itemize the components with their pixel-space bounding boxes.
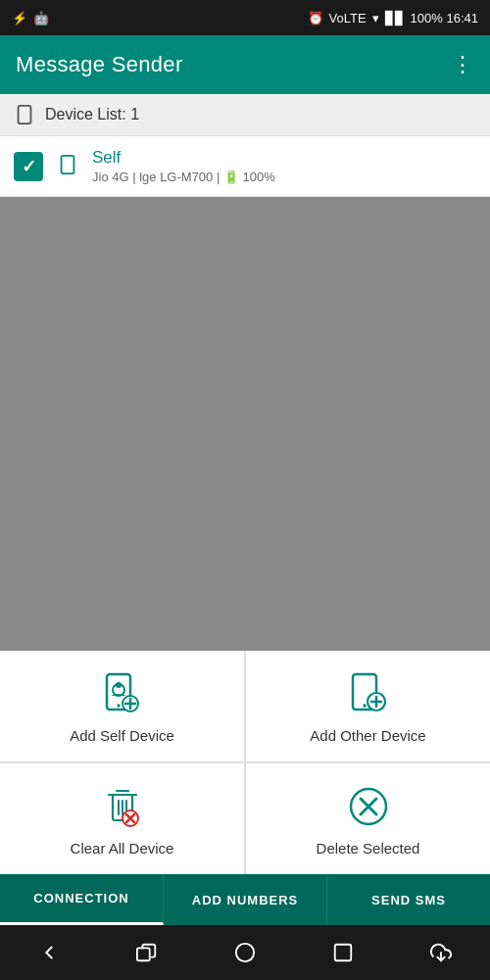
device-list-item[interactable]: ✓ Self Jio 4G | lge LG-M700 | 🔋 100% xyxy=(0,136,490,197)
svg-rect-2 xyxy=(62,155,74,172)
status-bar-left: ⚡ 🤖 xyxy=(12,11,49,25)
back-button[interactable] xyxy=(27,931,71,974)
add-self-device-button[interactable]: Add Self Device xyxy=(0,651,244,761)
clear-all-device-button[interactable]: Clear All Device xyxy=(0,763,244,874)
signal-icon: ▊▊ xyxy=(385,11,405,25)
volte-label: VoLTE xyxy=(329,11,367,25)
svg-rect-28 xyxy=(137,948,150,960)
device-info: Self Jio 4G | lge LG-M700 | 🔋 100% xyxy=(92,148,275,184)
alarm-icon: ⏰ xyxy=(308,11,323,25)
delete-selected-label: Delete Selected xyxy=(317,840,420,857)
usb-icon: ⚡ xyxy=(12,11,27,25)
status-bar-right: ⏰ VoLTE ▾ ▊▊ 100% 16:41 xyxy=(308,11,478,25)
delete-selected-button[interactable]: Delete Selected xyxy=(246,763,490,874)
clear-all-device-label: Clear All Device xyxy=(71,840,174,857)
device-list-header: Device List: 1 xyxy=(0,94,490,136)
device-phone-icon xyxy=(57,154,78,179)
device-checkbox[interactable]: ✓ xyxy=(14,152,43,181)
home-button[interactable] xyxy=(223,931,267,974)
recents-button[interactable] xyxy=(125,931,169,974)
svg-rect-0 xyxy=(19,106,31,123)
clear-all-device-icon xyxy=(97,781,148,832)
wifi-icon: ▾ xyxy=(372,11,379,25)
add-other-device-icon xyxy=(343,668,394,719)
system-nav-bar xyxy=(0,925,490,980)
delete-selected-icon xyxy=(343,781,394,832)
nav-send-sms[interactable]: SEND SMS xyxy=(327,874,490,925)
phone-icon xyxy=(14,104,35,125)
square-button[interactable] xyxy=(321,931,365,974)
add-self-device-icon xyxy=(97,668,148,719)
empty-area xyxy=(0,197,490,651)
device-list-title: Device List: 1 xyxy=(45,106,139,123)
device-details: Jio 4G | lge LG-M700 | 🔋 100% xyxy=(92,170,275,184)
add-self-device-label: Add Self Device xyxy=(70,727,174,744)
content-area: Device List: 1 ✓ Self Jio 4G | lge LG-M7… xyxy=(0,94,490,925)
nav-connection[interactable]: CONNECTION xyxy=(0,874,164,925)
checkmark-icon: ✓ xyxy=(22,156,36,177)
nav-add-numbers[interactable]: ADD NUMBERS xyxy=(164,874,327,925)
svg-rect-30 xyxy=(335,945,352,961)
bottom-nav: CONNECTION ADD NUMBERS SEND SMS xyxy=(0,874,490,925)
status-bar: ⚡ 🤖 ⏰ VoLTE ▾ ▊▊ 100% 16:41 xyxy=(0,0,490,35)
battery-label: 100% 16:41 xyxy=(411,11,478,25)
app-bar: Message Sender ⋮ xyxy=(0,35,490,94)
overflow-menu-button[interactable]: ⋮ xyxy=(452,54,474,75)
add-other-device-label: Add Other Device xyxy=(310,727,425,744)
svg-point-7 xyxy=(116,682,122,688)
action-buttons-grid: Add Self Device Add Other Device xyxy=(0,651,490,874)
android-icon: 🤖 xyxy=(33,11,49,25)
app-title: Message Sender xyxy=(16,52,183,77)
add-other-device-button[interactable]: Add Other Device xyxy=(246,651,490,761)
device-name: Self xyxy=(92,148,275,168)
svg-point-29 xyxy=(236,944,254,961)
download-button[interactable] xyxy=(419,931,463,974)
